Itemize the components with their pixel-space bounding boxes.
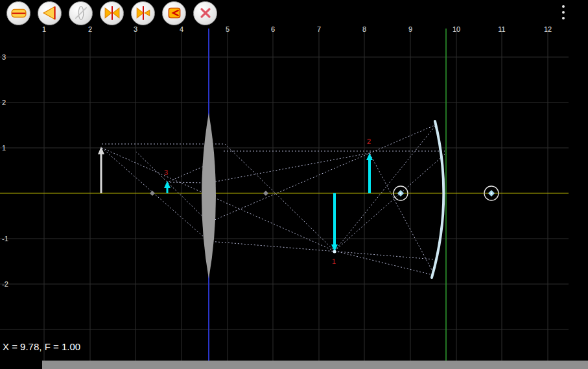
kebab-dot (562, 5, 565, 8)
tool-prism-button[interactable] (38, 1, 62, 25)
focal-point-marker[interactable] (150, 191, 155, 196)
image-label-1: 1 (332, 257, 336, 265)
kebab-dot (562, 17, 565, 19)
image-label-3: 3 (164, 169, 168, 176)
tool-convex-lens-button[interactable] (100, 1, 124, 25)
light-ray (370, 153, 433, 272)
y-axis-tick-label: 2 (2, 99, 6, 106)
x-axis-tick-label: 12 (544, 25, 552, 33)
kebab-menu-icon[interactable] (561, 4, 566, 21)
x-axis-tick-label: 10 (453, 25, 460, 33)
tool-half-lens-button[interactable] (131, 1, 155, 25)
x-axis-tick-label: 7 (317, 25, 321, 33)
bottom-system-bar (42, 361, 588, 369)
y-axis-tick-label: 1 (2, 144, 6, 152)
x-axis-tick-label: 6 (271, 25, 275, 33)
ray-optics-app: 123456789101112321-1-2123 (0, 0, 588, 369)
light-ray (209, 125, 436, 222)
light-ray (225, 144, 335, 251)
light-ray (136, 152, 209, 222)
x-axis-tick-label: 3 (134, 25, 137, 33)
light-ray (335, 251, 433, 275)
light-ray (102, 148, 209, 241)
optics-canvas[interactable]: 123456789101112321-1-2123 (0, 0, 588, 369)
x-axis-tick-label: 4 (180, 25, 183, 33)
tool-delete-button[interactable] (193, 1, 217, 25)
y-axis-tick-label: 3 (2, 53, 6, 61)
light-ray (335, 125, 436, 251)
control-handle-dot (491, 193, 493, 195)
image-label-2: 2 (367, 137, 371, 145)
status-readout: X = 9.78, F = 1.00 (3, 341, 80, 352)
light-ray (167, 153, 370, 183)
image-arrow-head-3[interactable] (164, 181, 171, 188)
x-axis-tick-label: 9 (408, 25, 412, 33)
half-lens-icon (135, 5, 152, 21)
toolbar (0, 0, 217, 26)
y-axis-tick-label: -1 (2, 235, 8, 243)
x-axis-tick-label: 11 (498, 25, 505, 33)
tool-curved-mirror-button[interactable] (162, 1, 186, 25)
glass-plate-icon (73, 5, 89, 21)
tool-glass-plate-button[interactable] (69, 1, 93, 25)
concave-mirror[interactable] (432, 121, 443, 278)
light-ray (209, 241, 434, 259)
light-ray (335, 154, 445, 251)
prism-icon (41, 5, 58, 21)
convex-lens-icon (104, 5, 121, 21)
image-tip-marker (333, 250, 336, 254)
kebab-dot (562, 11, 565, 14)
control-handle-dot (400, 193, 402, 195)
x-axis-tick-label: 1 (42, 25, 46, 33)
y-axis-tick-label: -2 (2, 280, 8, 288)
curved-mirror-icon (166, 5, 183, 21)
tool-slab-button[interactable] (6, 1, 30, 25)
lens[interactable] (202, 113, 216, 279)
delete-icon (197, 5, 214, 21)
x-axis-tick-label: 2 (88, 25, 92, 33)
light-ray (102, 148, 335, 251)
x-axis-tick-label: 8 (362, 25, 366, 33)
slab-icon (10, 5, 27, 21)
focal-point-marker[interactable] (263, 191, 268, 196)
x-axis-tick-label: 5 (226, 25, 229, 33)
